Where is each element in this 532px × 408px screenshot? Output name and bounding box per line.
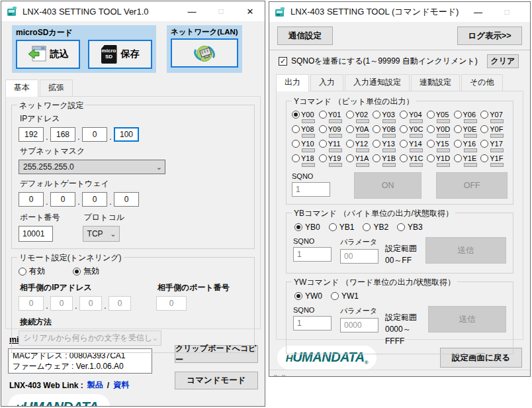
peer-ip-octet-3[interactable]: 0 xyxy=(79,296,102,311)
y-radio-option[interactable]: Y0B xyxy=(373,125,400,138)
radio-option[interactable]: 有効 xyxy=(19,266,45,277)
tab[interactable]: 基本 xyxy=(5,79,38,97)
minimize-button[interactable]: — xyxy=(463,2,492,22)
tab[interactable]: 入力 xyxy=(310,74,343,91)
app-icon xyxy=(275,7,286,18)
y-radio-option[interactable]: Y19 xyxy=(319,154,346,167)
y-radio-option[interactable]: Y05 xyxy=(427,111,454,123)
gateway-octet-2[interactable]: 0 xyxy=(50,192,75,207)
yw-radio-option[interactable]: YW1 xyxy=(331,291,359,301)
link-separator: / xyxy=(107,381,109,390)
clear-button[interactable]: クリア xyxy=(487,54,519,68)
document-link[interactable]: 資料 xyxy=(113,380,129,391)
radio-icon xyxy=(319,140,327,148)
yw-sqno-input[interactable]: 1 xyxy=(293,316,332,331)
yb-sqno-input[interactable]: 1 xyxy=(293,247,332,262)
titlebar[interactable]: LNX-403 SETTING TOOL (コマンドモード) — □ ✕ xyxy=(269,2,530,22)
product-link[interactable]: 製品 xyxy=(87,380,103,391)
output-state-bar xyxy=(464,163,477,167)
minimize-button[interactable]: — xyxy=(177,1,206,21)
log-display-button[interactable]: ログ表示>> xyxy=(457,26,522,45)
y-radio-option[interactable]: Y10 xyxy=(292,140,319,152)
y-radio-option[interactable]: Y15 xyxy=(427,140,454,152)
peer-ip-octet-4[interactable]: 0 xyxy=(109,296,131,311)
close-button[interactable]: ✕ xyxy=(236,1,265,21)
output-state-bar xyxy=(302,134,315,138)
output-state-bar xyxy=(382,119,396,123)
output-state-bar xyxy=(302,119,315,123)
command-mode-button[interactable]: コマンドモード xyxy=(175,372,258,389)
y-radio-option[interactable]: Y0E xyxy=(454,125,481,138)
yb-radio-option[interactable]: YB1 xyxy=(329,223,355,232)
peer-ip-octet-1[interactable]: 0 xyxy=(19,296,44,311)
ip-octet-2[interactable]: 168 xyxy=(50,127,75,142)
y-sqno-input[interactable]: 1 xyxy=(292,182,330,197)
close-button[interactable]: ✕ xyxy=(521,2,531,22)
firmware-line: ファームウェア : Ver.1.0.06.A0 xyxy=(13,361,148,372)
radio-icon xyxy=(294,292,302,300)
y-radio-option[interactable]: Y0D xyxy=(427,125,454,138)
protocol-combobox[interactable]: TCP ⌄ xyxy=(83,226,120,242)
dot-separator xyxy=(75,132,82,142)
ip-octet-4[interactable]: 100 xyxy=(114,127,139,142)
y-radio-option[interactable]: Y02 xyxy=(346,111,373,123)
y-radio-option[interactable]: Y13 xyxy=(373,140,400,152)
y-radio-option[interactable]: Y11 xyxy=(319,140,346,152)
tab[interactable]: その他 xyxy=(461,74,503,91)
yw-parameter-input[interactable]: 0000 xyxy=(340,318,378,332)
y-radio-option[interactable]: Y08 xyxy=(292,125,319,138)
radio-icon xyxy=(19,268,26,276)
y-radio-option[interactable]: Y0A xyxy=(346,125,373,138)
peer-ip-octet-2[interactable]: 0 xyxy=(50,296,73,311)
sd-save-button[interactable]: micro SD 保存 xyxy=(88,40,152,69)
y-radio-option[interactable]: Y17 xyxy=(480,140,508,152)
output-state-bar xyxy=(437,134,450,138)
y-radio-option[interactable]: Y12 xyxy=(346,140,373,152)
maximize-button: □ xyxy=(206,1,236,21)
y-radio-option[interactable]: Y0F xyxy=(480,125,508,138)
tab[interactable]: 入力通知設定 xyxy=(345,74,410,91)
y-radio-option[interactable]: Y1F xyxy=(480,154,508,167)
yw-radio-option[interactable]: YW0 xyxy=(294,291,322,301)
titlebar[interactable]: LNX-403 SETTING TOOL Ver1.0 — □ ✕ xyxy=(1,1,265,21)
subnet-combobox[interactable]: 255.255.255.0 ⌄ xyxy=(19,160,165,174)
y-radio-option[interactable]: Y16 xyxy=(454,140,481,152)
y-radio-option[interactable]: Y00 xyxy=(292,111,319,123)
y-radio-option[interactable]: Y06 xyxy=(454,111,481,123)
output-state-bar xyxy=(490,148,504,152)
communication-settings-button[interactable]: 通信設定 xyxy=(277,26,333,45)
yb-radio-option[interactable]: YB3 xyxy=(397,223,423,232)
ip-octet-1[interactable]: 192 xyxy=(19,127,44,142)
radio-option[interactable]: 無効 xyxy=(73,266,99,277)
yb-parameter-input[interactable]: 00 xyxy=(340,249,378,264)
y-radio-option[interactable]: Y01 xyxy=(319,111,346,123)
y-radio-option[interactable]: Y0C xyxy=(400,125,427,138)
sd-read-button[interactable]: 読込 xyxy=(16,40,80,69)
y-radio-option[interactable]: Y1A xyxy=(346,154,373,167)
y-radio-option[interactable]: Y04 xyxy=(400,111,427,123)
radio-icon xyxy=(400,125,408,133)
y-radio-option[interactable]: Y1D xyxy=(427,154,454,167)
yb-radio-option[interactable]: YB2 xyxy=(363,223,388,232)
peer-port-input[interactable]: 0 xyxy=(156,296,187,311)
gateway-octet-4[interactable]: 0 xyxy=(114,192,139,207)
sqno-checkbox[interactable]: ✓ xyxy=(279,57,287,66)
y-radio-option[interactable]: Y03 xyxy=(373,111,400,123)
tab[interactable]: 拡張 xyxy=(40,79,73,96)
gateway-octet-3[interactable]: 0 xyxy=(82,192,107,207)
y-radio-option[interactable]: Y1E xyxy=(454,154,481,167)
ip-octet-3[interactable]: 0 xyxy=(82,127,107,142)
y-radio-option[interactable]: Y1B xyxy=(373,154,400,167)
network-button[interactable] xyxy=(171,38,238,68)
y-radio-option[interactable]: Y07 xyxy=(480,111,508,123)
y-radio-option[interactable]: Y09 xyxy=(319,125,346,138)
y-radio-option[interactable]: Y14 xyxy=(400,140,427,152)
tab[interactable]: 出力 xyxy=(276,74,309,91)
port-input[interactable]: 10001 xyxy=(19,226,53,242)
y-radio-option[interactable]: Y1C xyxy=(400,154,427,167)
gateway-octet-1[interactable]: 0 xyxy=(19,192,44,207)
yb-radio-option[interactable]: YB0 xyxy=(294,223,320,232)
y-radio-option[interactable]: Y18 xyxy=(292,154,319,167)
tab[interactable]: 連動設定 xyxy=(411,74,460,91)
radio-icon xyxy=(427,140,435,148)
